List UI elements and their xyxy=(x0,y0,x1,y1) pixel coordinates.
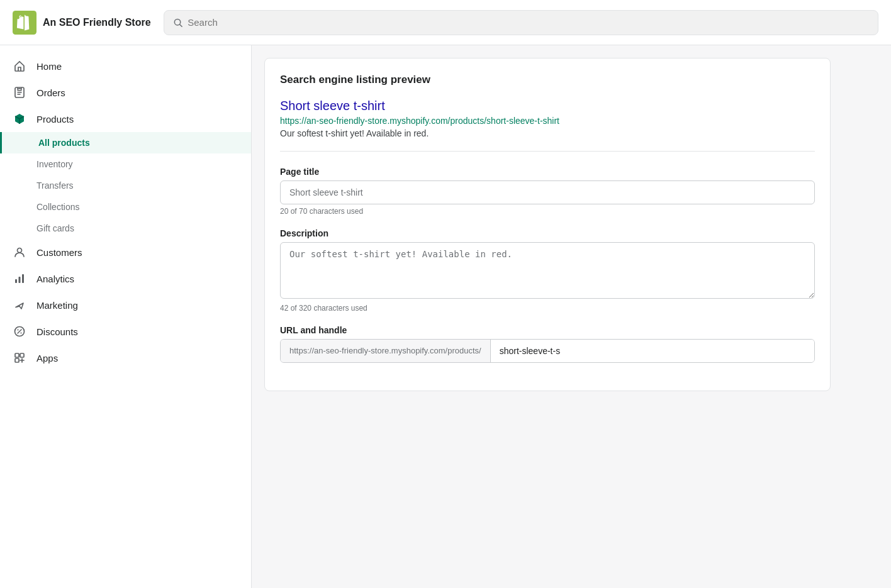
sidebar-item-all-products-label: All products xyxy=(38,138,90,148)
svg-line-2 xyxy=(179,24,182,26)
svg-rect-13 xyxy=(15,358,19,362)
description-textarea[interactable]: Our softest t-shirt yet! Available in re… xyxy=(280,242,815,299)
sidebar-item-all-products[interactable]: All products xyxy=(0,132,251,153)
main-layout: Home Orders Products xyxy=(0,45,891,588)
sidebar-item-gift-cards-label: Gift cards xyxy=(36,223,74,233)
analytics-icon xyxy=(13,272,26,286)
content-area: Search engine listing preview Short slee… xyxy=(252,45,891,588)
svg-point-4 xyxy=(18,248,22,253)
url-handle-input[interactable] xyxy=(491,340,814,362)
products-icon xyxy=(13,112,26,126)
url-handle-label: URL and handle xyxy=(280,325,815,335)
svg-point-10 xyxy=(21,333,22,334)
page-title-input[interactable] xyxy=(280,180,815,204)
card-title: Search engine listing preview xyxy=(280,74,815,86)
sidebar-item-customers-label: Customers xyxy=(36,247,82,258)
sidebar-item-discounts-label: Discounts xyxy=(36,326,78,337)
sidebar-item-transfers-label: Transfers xyxy=(36,180,74,191)
sidebar-item-gift-cards[interactable]: Gift cards xyxy=(0,218,251,239)
preview-title: Short sleeve t-shirt xyxy=(280,99,815,113)
sidebar-item-products-label: Products xyxy=(36,114,74,125)
url-handle-group: URL and handle https://an-seo-friendly-s… xyxy=(280,325,815,363)
sidebar-item-analytics[interactable]: Analytics xyxy=(0,265,251,292)
search-icon xyxy=(173,18,183,28)
search-bar[interactable] xyxy=(164,10,878,35)
page-title-char-count: 20 of 70 characters used xyxy=(280,207,815,216)
store-logo: An SEO Friendly Store xyxy=(13,11,151,35)
svg-rect-6 xyxy=(19,277,21,283)
customers-icon xyxy=(13,245,26,259)
sidebar-item-home[interactable]: Home xyxy=(0,53,251,79)
sidebar-item-customers[interactable]: Customers xyxy=(0,239,251,265)
sidebar-item-marketing[interactable]: Marketing xyxy=(0,292,251,318)
preview-url: https://an-seo-friendly-store.myshopify.… xyxy=(280,116,815,126)
sidebar-item-home-label: Home xyxy=(36,61,62,72)
sidebar-item-discounts[interactable]: Discounts xyxy=(0,318,251,345)
home-icon xyxy=(13,59,26,73)
description-label: Description xyxy=(280,228,815,238)
orders-icon xyxy=(13,86,26,99)
page-title-label: Page title xyxy=(280,167,815,177)
sidebar-item-transfers[interactable]: Transfers xyxy=(0,175,251,196)
sidebar: Home Orders Products xyxy=(0,45,252,588)
sidebar-item-apps-label: Apps xyxy=(36,353,58,363)
sidebar-item-marketing-label: Marketing xyxy=(36,300,78,311)
page-title-group: Page title 20 of 70 characters used xyxy=(280,167,815,216)
preview-description: Our softest t-shirt yet! Available in re… xyxy=(280,128,815,138)
sidebar-item-apps[interactable]: Apps xyxy=(0,345,251,371)
discounts-icon xyxy=(13,325,26,338)
topbar: An SEO Friendly Store xyxy=(0,0,891,45)
search-input[interactable] xyxy=(188,17,869,28)
sidebar-item-collections[interactable]: Collections xyxy=(0,196,251,218)
store-name: An SEO Friendly Store xyxy=(43,17,151,28)
sidebar-item-orders[interactable]: Orders xyxy=(0,79,251,106)
seo-card: Search engine listing preview Short slee… xyxy=(264,58,831,391)
svg-rect-5 xyxy=(15,279,17,283)
sidebar-item-collections-label: Collections xyxy=(36,202,79,212)
apps-icon xyxy=(13,351,26,365)
sidebar-item-analytics-label: Analytics xyxy=(36,274,74,284)
shopify-logo-icon xyxy=(13,11,36,35)
description-char-count: 42 of 320 characters used xyxy=(280,304,815,313)
sidebar-item-inventory-label: Inventory xyxy=(36,159,73,169)
sidebar-item-products[interactable]: Products xyxy=(0,106,251,132)
svg-rect-12 xyxy=(20,353,24,357)
sidebar-item-inventory[interactable]: Inventory xyxy=(0,153,251,175)
marketing-icon xyxy=(13,298,26,312)
svg-rect-7 xyxy=(22,274,24,283)
description-group: Description Our softest t-shirt yet! Ava… xyxy=(280,228,815,313)
svg-rect-11 xyxy=(15,353,19,357)
svg-point-9 xyxy=(18,330,19,331)
url-handle-input-group: https://an-seo-friendly-store.myshopify.… xyxy=(280,339,815,363)
seo-preview: Short sleeve t-shirt https://an-seo-frie… xyxy=(280,99,815,152)
sidebar-item-orders-label: Orders xyxy=(36,87,65,98)
url-prefix: https://an-seo-friendly-store.myshopify.… xyxy=(281,340,491,362)
